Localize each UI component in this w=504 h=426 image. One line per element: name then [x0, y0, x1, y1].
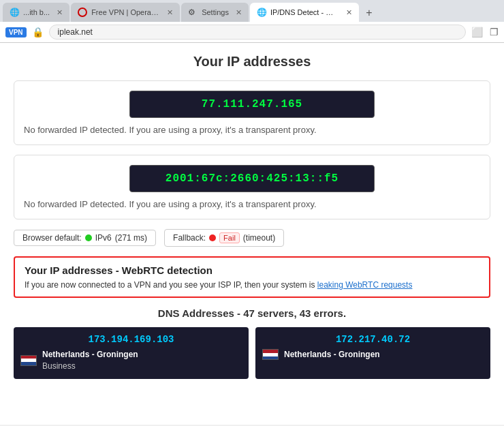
dns-info-1: Netherlands - Groningen Business — [20, 349, 242, 372]
dns-grid: 173.194.169.103 Netherlands - Groningen … — [14, 327, 490, 379]
page-content: Your IP addresses 77.111.247.165 No forw… — [0, 43, 504, 425]
flag-nl-2 — [262, 349, 279, 360]
browser-default-label: Browser default: — [22, 233, 82, 243]
fallback-detail: (timeout) — [243, 233, 275, 243]
lock-icon: 🔒 — [32, 27, 44, 37]
tab-1[interactable]: 🌐 ...ith b... ✕ — [3, 3, 69, 22]
dns-country-2: Netherlands - Groningen — [284, 349, 380, 361]
dns-type-1: Business — [42, 361, 138, 372]
browser-default-pill: Browser default: IPv6 (271 ms) — [14, 230, 156, 246]
fail-status: Fail — [219, 232, 240, 243]
new-tab-button[interactable]: + — [360, 4, 378, 22]
ipv4-address: 77.111.247.165 — [202, 98, 302, 110]
dns-title: DNS Addresses - 47 servers, 43 errors. — [14, 307, 490, 319]
address-input[interactable]: ipleak.net — [49, 25, 466, 40]
tab4-close-icon[interactable]: ✕ — [346, 8, 352, 17]
dns-location-1: Netherlands - Groningen Business — [42, 349, 138, 372]
red-dot-icon — [209, 234, 216, 241]
ipv4-box: 77.111.247.165 No forwarded IP detected.… — [14, 80, 490, 145]
browser-default-ms: (271 ms) — [115, 233, 147, 243]
dns-ip-2: 172.217.40.72 — [262, 334, 484, 345]
dns-location-2: Netherlands - Groningen — [284, 349, 380, 361]
restore-icon[interactable]: ❐ — [490, 27, 499, 37]
tab4-label: IP/DNS Detect - What is yo... — [270, 8, 339, 16]
tab-3[interactable]: ⚙ Settings ✕ — [181, 3, 249, 22]
webrtc-text-before: If you are now connected to a VPN and yo… — [25, 280, 317, 290]
address-bar-icons: ⬜ ❐ — [471, 27, 499, 37]
tab2-label: Free VPN | Opera browser — [91, 8, 160, 16]
ipv6-address: 2001:67c:2660:425:13::f5 — [166, 172, 338, 185]
vpn-badge: VPN — [5, 27, 27, 37]
ipv4-note: No forwarded IP detected. If you are usi… — [24, 125, 480, 135]
dns-country-1: Netherlands - Groningen — [42, 349, 138, 361]
dns-info-2: Netherlands - Groningen — [262, 349, 484, 361]
webrtc-section: Your IP addresses - WebRTC detection If … — [14, 256, 490, 298]
ipv4-display: 77.111.247.165 — [129, 91, 375, 118]
green-dot-icon — [85, 234, 92, 241]
fallback-pill: Fallback: Fail (timeout) — [164, 229, 284, 247]
ipv6-display: 2001:67c:2660:425:13::f5 — [129, 165, 375, 192]
tab1-label: ...ith b... — [23, 8, 50, 16]
webrtc-link[interactable]: leaking WebRTC requests — [317, 280, 413, 290]
tab4-favicon-icon: 🌐 — [257, 7, 266, 17]
page-title: Your IP addresses — [14, 54, 490, 70]
screenshot-icon[interactable]: ⬜ — [471, 27, 483, 37]
tab-bar: 🌐 ...ith b... ✕ Free VPN | Opera browser… — [0, 0, 504, 22]
tab3-close-icon[interactable]: ✕ — [236, 8, 242, 17]
browser-chrome: 🌐 ...ith b... ✕ Free VPN | Opera browser… — [0, 0, 504, 43]
tab-4[interactable]: 🌐 IP/DNS Detect - What is yo... ✕ — [250, 3, 359, 22]
webrtc-text: If you are now connected to a VPN and yo… — [25, 280, 479, 290]
tab2-close-icon[interactable]: ✕ — [167, 8, 173, 17]
ipv6-note: No forwarded IP detected. If you are usi… — [24, 199, 480, 209]
ipv6-box: 2001:67c:2660:425:13::f5 No forwarded IP… — [14, 155, 490, 219]
tab3-settings-icon: ⚙ — [188, 7, 198, 17]
tab2-opera-icon — [78, 7, 87, 17]
status-row: Browser default: IPv6 (271 ms) Fallback:… — [14, 229, 490, 247]
dns-card-2: 172.217.40.72 Netherlands - Groningen — [255, 327, 490, 379]
browser-default-status: IPv6 — [95, 233, 112, 243]
tab-2[interactable]: Free VPN | Opera browser ✕ — [71, 3, 180, 22]
dns-ip-1: 173.194.169.103 — [20, 334, 242, 345]
fallback-label: Fallback: — [173, 233, 206, 243]
webrtc-title: Your IP addresses - WebRTC detection — [25, 264, 479, 276]
dns-card-1: 173.194.169.103 Netherlands - Groningen … — [14, 327, 249, 379]
tab1-close-icon[interactable]: ✕ — [57, 8, 63, 17]
flag-nl-1 — [20, 355, 37, 366]
tab3-label: Settings — [202, 8, 229, 16]
tab1-favicon-icon: 🌐 — [10, 7, 19, 17]
address-bar: VPN 🔒 ipleak.net ⬜ ❐ — [0, 22, 504, 43]
